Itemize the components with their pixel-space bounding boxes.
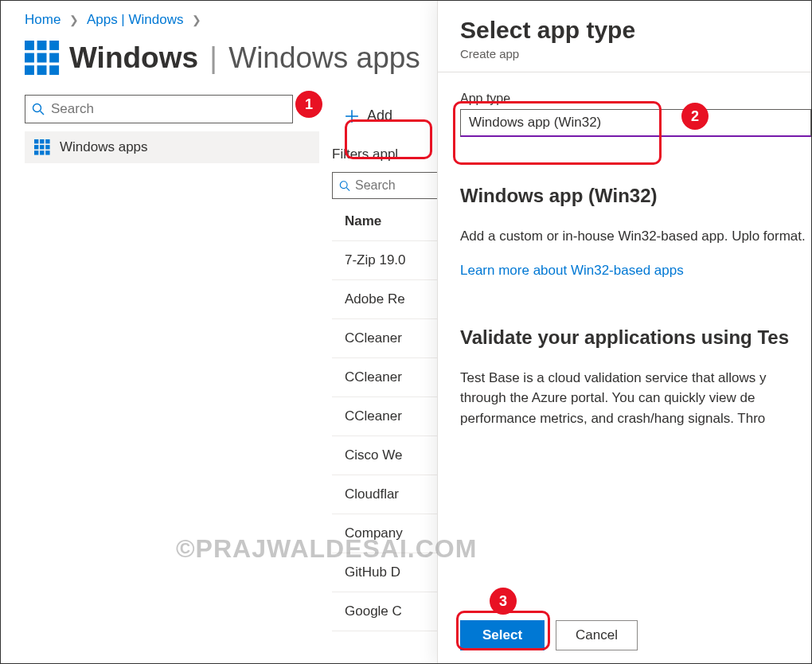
select-app-type-panel: Select app type Create app App type Wind…	[437, 1, 811, 664]
panel-subtitle: Create app	[460, 47, 811, 61]
learn-more-link[interactable]: Learn more about Win32-based apps	[460, 263, 684, 278]
app-type-heading: Windows app (Win32)	[460, 185, 811, 207]
search-icon	[339, 180, 350, 192]
svg-rect-6	[25, 65, 34, 75]
select-button[interactable]: Select	[460, 620, 545, 650]
svg-rect-17	[34, 150, 38, 154]
svg-rect-18	[40, 150, 44, 154]
svg-rect-16	[45, 145, 49, 149]
search-icon	[32, 103, 45, 115]
add-button[interactable]: Add	[332, 101, 405, 131]
chevron-right-icon: ❯	[69, 14, 79, 26]
sidebar-item-label: Windows apps	[60, 139, 148, 155]
panel-title: Select app type	[460, 17, 811, 44]
windows-grid-icon	[34, 139, 50, 155]
app-type-label: App type	[460, 92, 811, 106]
cancel-button[interactable]: Cancel	[556, 620, 638, 650]
breadcrumb-home[interactable]: Home	[25, 12, 61, 27]
svg-rect-15	[40, 145, 44, 149]
plus-icon	[345, 109, 359, 123]
svg-rect-5	[49, 53, 59, 63]
page-title: Windows | Windows apps	[69, 41, 420, 75]
svg-rect-19	[45, 150, 49, 154]
sidebar-item-windows-apps[interactable]: Windows apps	[25, 131, 319, 163]
svg-rect-11	[34, 139, 38, 143]
svg-rect-12	[40, 139, 44, 143]
app-type-dropdown[interactable]: Windows app (Win32)	[460, 109, 811, 137]
svg-rect-13	[45, 139, 49, 143]
svg-line-10	[41, 111, 45, 115]
svg-point-9	[33, 104, 41, 112]
windows-grid-icon	[25, 41, 60, 76]
validate-heading: Validate your applications using Tes	[460, 326, 811, 349]
svg-rect-0	[25, 41, 34, 50]
sidebar-search-input[interactable]	[51, 101, 286, 117]
svg-rect-3	[25, 53, 34, 63]
svg-rect-4	[37, 53, 47, 63]
app-type-description: Add a custom or in-house Win32-based app…	[460, 226, 811, 247]
svg-rect-8	[49, 65, 59, 75]
chevron-right-icon: ❯	[192, 14, 201, 26]
validate-description: Test Base is a cloud validation service …	[460, 368, 811, 429]
svg-line-23	[346, 187, 349, 190]
sidebar-search[interactable]	[25, 95, 293, 123]
svg-rect-2	[49, 41, 59, 50]
svg-rect-7	[37, 65, 47, 75]
svg-rect-1	[37, 41, 47, 50]
svg-point-22	[340, 181, 347, 188]
collapse-sidebar-icon[interactable]: ≪	[306, 102, 319, 117]
breadcrumb-apps[interactable]: Apps | Windows	[87, 12, 184, 27]
sidebar: ≪ Windows apps	[1, 95, 319, 631]
svg-rect-14	[34, 145, 38, 149]
